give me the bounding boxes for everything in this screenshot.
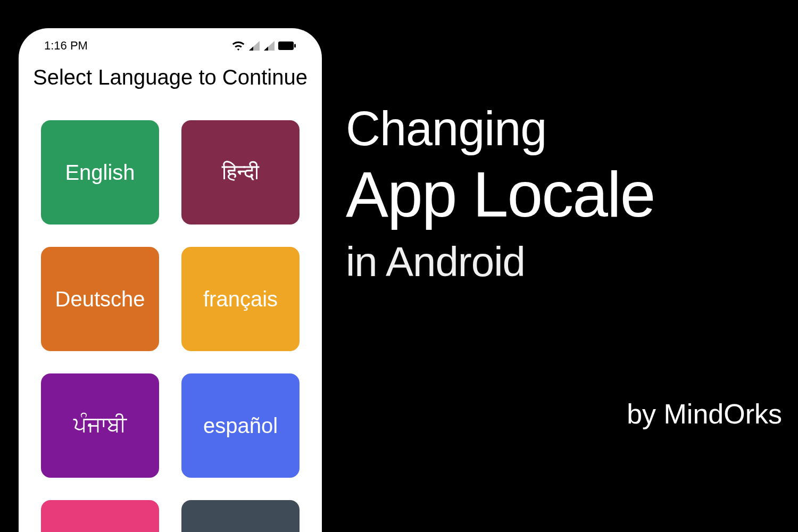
lang-tile-extra-2[interactable] bbox=[181, 500, 300, 532]
cellular-icon-2 bbox=[263, 40, 275, 51]
lang-tile-espanol[interactable]: español bbox=[181, 373, 300, 478]
battery-icon bbox=[278, 41, 296, 51]
lang-tile-deutsche[interactable]: Deutsche bbox=[41, 247, 159, 351]
lang-tile-extra-1[interactable] bbox=[41, 500, 159, 532]
status-icons bbox=[231, 40, 296, 51]
status-time: 1:16 PM bbox=[44, 39, 88, 53]
cellular-icon-1 bbox=[248, 40, 260, 51]
byline: by MindOrks bbox=[627, 398, 782, 430]
svg-rect-0 bbox=[278, 41, 294, 50]
lang-tile-english[interactable]: English bbox=[41, 120, 159, 225]
status-bar: 1:16 PM bbox=[19, 28, 322, 58]
screen-title: Select Language to Continue bbox=[19, 65, 322, 89]
headline-line-1: Changing bbox=[346, 104, 654, 154]
phone-mockup: 1:16 PM bbox=[19, 28, 322, 532]
svg-rect-1 bbox=[294, 44, 296, 48]
lang-tile-punjabi[interactable]: ਪੰਜਾਬੀ bbox=[41, 373, 159, 478]
headline-line-2: App Locale bbox=[346, 159, 654, 230]
wifi-icon bbox=[231, 40, 245, 51]
lang-tile-hindi[interactable]: हिन्दी bbox=[181, 120, 300, 225]
language-grid: English हिन्दी Deutsche français ਪੰਜਾਬੀ … bbox=[19, 89, 322, 532]
headline-line-3: in Android bbox=[346, 237, 654, 287]
lang-tile-francais[interactable]: français bbox=[181, 247, 300, 351]
headline: Changing App Locale in Android bbox=[346, 104, 654, 287]
